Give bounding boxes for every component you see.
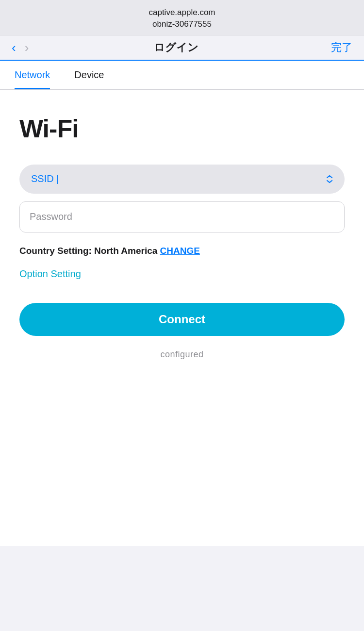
- nav-arrows: ‹ ›: [12, 41, 29, 54]
- back-button[interactable]: ‹: [12, 41, 16, 54]
- password-wrapper[interactable]: [19, 201, 345, 232]
- url-line2: obniz-30677555: [10, 18, 354, 30]
- password-input[interactable]: [30, 211, 334, 222]
- wifi-title: Wi-Fi: [19, 114, 345, 143]
- ssid-input[interactable]: [31, 173, 324, 184]
- option-setting[interactable]: Option Setting: [19, 268, 345, 280]
- configured-text: configured: [19, 349, 345, 360]
- address-bar: captive.apple.com obniz-30677555: [0, 0, 364, 35]
- tab-device[interactable]: Device: [74, 61, 104, 89]
- forward-button[interactable]: ›: [25, 41, 29, 54]
- country-setting-text: Country Setting: North America: [19, 246, 160, 256]
- country-setting: Country Setting: North America CHANGE: [19, 244, 345, 258]
- ssid-wrapper[interactable]: [19, 165, 345, 194]
- main-content: Wi-Fi Country Setting: North America CHA…: [0, 90, 364, 546]
- ssid-chevron-icon: [324, 174, 335, 184]
- change-link[interactable]: CHANGE: [160, 246, 200, 256]
- connect-button[interactable]: Connect: [19, 303, 345, 336]
- done-button[interactable]: 完了: [323, 40, 352, 55]
- url-line1: captive.apple.com: [10, 7, 354, 18]
- nav-bar: ‹ › ログイン 完了: [0, 35, 364, 61]
- tabs-bar: Network Device: [0, 61, 364, 90]
- tab-network[interactable]: Network: [15, 61, 50, 89]
- page-title: ログイン: [29, 40, 323, 55]
